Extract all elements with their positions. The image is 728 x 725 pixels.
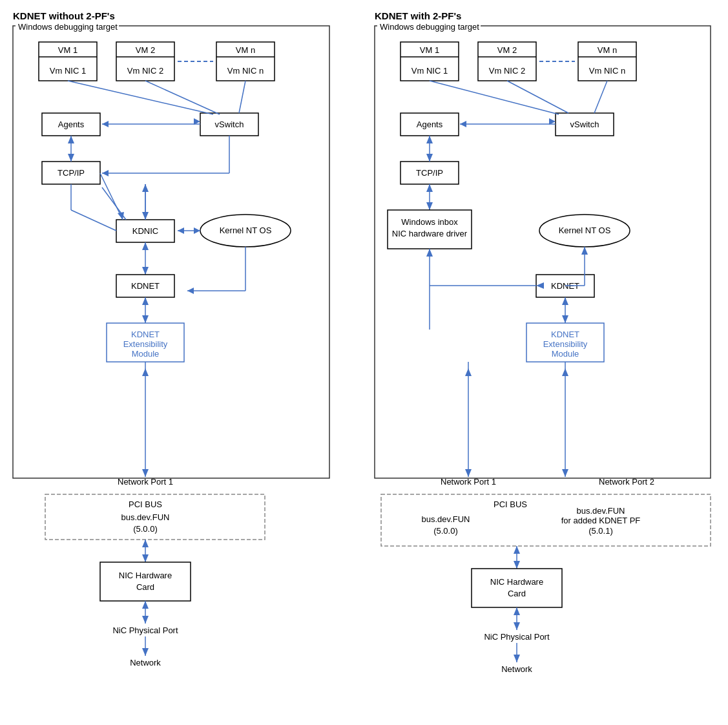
left-vm1-to-vswitch: [68, 81, 213, 114]
right-agents-label: Agents: [417, 120, 443, 129]
left-kdnet-ext-up-arrow: [142, 297, 149, 305]
right-vmn-nic: Vm NIC n: [589, 66, 625, 76]
right-winnic-down-arrow: [426, 249, 433, 257]
right-winnic-line2: NIC hardware driver: [392, 229, 468, 238]
right-kdnet-ext-down: [562, 315, 568, 323]
left-vm2-to-vswitch: [145, 81, 220, 114]
left-kdnet-label: KDNET: [131, 281, 160, 291]
left-vmn-label: VM n: [236, 45, 255, 55]
left-pci-nic-down: [142, 554, 149, 562]
right-title: KDNET with 2-PF's: [375, 10, 461, 21]
right-tcpip-winnic-up: [426, 184, 433, 192]
left-kdnet-ext-line3: Module: [132, 349, 160, 359]
right-debug-box: [375, 26, 711, 478]
left-kernel-kdnic-arrow: [178, 227, 184, 234]
right-kdnet-ext-line3: Module: [552, 349, 579, 359]
right-pci-nic-up: [514, 546, 520, 554]
left-pci-label: PCI BUS: [129, 499, 162, 509]
left-port-up-arrow: [142, 368, 149, 376]
right-vm2-label: VM 2: [497, 45, 517, 55]
left-tcpip-kdnic-up-a: [142, 184, 149, 192]
left-tcpip-label: TCP/IP: [57, 168, 85, 178]
right-agents-tcpip-down: [426, 154, 433, 162]
right-vswitch-label: vSwitch: [570, 120, 599, 129]
right-kernel-label: Kernel NT OS: [559, 226, 611, 235]
left-bus-dev-fun2: (5.0.0): [133, 524, 158, 534]
right-bus1-line1: bus.dev.FUN: [422, 514, 470, 524]
left-kdnet-ext-line1: KDNET: [131, 330, 160, 339]
left-kernel-to-kdnet-arrow: [187, 288, 194, 294]
left-vm1-nic: Vm NIC 1: [50, 66, 86, 76]
left-kdnet-ext-down-arrow: [142, 315, 149, 323]
right-network-label: Network: [501, 664, 532, 674]
right-agents-tcpip-up: [426, 136, 433, 143]
left-kernel-label: Kernel NT OS: [220, 226, 272, 235]
right-pci-nic-down: [514, 561, 520, 569]
right-kernel-kdnet-up: [581, 247, 588, 255]
right-winnic-to-kdnet-arrow: [536, 282, 544, 289]
left-tcpip-to-kdnic-diag2: [100, 173, 123, 220]
right-vswitch-agents-arrow-left: [460, 121, 466, 127]
right-bus2-line2: for added KDNET PF: [561, 516, 641, 525]
left-nic-box: [100, 562, 191, 601]
right-bus2-line3: (5.0.1): [588, 526, 613, 536]
left-vswitch-label: vSwitch: [215, 120, 244, 129]
right-bus2-line1: bus.dev.FUN: [577, 506, 625, 516]
right-vm2-nic: Vm NIC 2: [489, 66, 525, 76]
right-winnic-line1: Windows inbox: [401, 217, 458, 227]
right-vm1-nic: Vm NIC 1: [411, 66, 448, 76]
left-network-label: Network: [130, 658, 161, 667]
left-vmn-to-vswitch: [239, 81, 245, 113]
right-debug-label: Windows debugging target: [380, 22, 479, 32]
left-tcpip-kdnic-diag: [71, 210, 116, 231]
left-kdnic-kdnet-up-arrow: [142, 242, 149, 250]
right-tcpip-label: TCP/IP: [416, 168, 443, 178]
left-tcpip-kdnic-diag-arrow: [118, 212, 124, 220]
right-tcpip-winnic-down: [426, 202, 433, 210]
left-kdnic-kdnet-down-arrow: [142, 267, 149, 275]
left-agents-to-tcpip-up-arrow: [68, 136, 74, 143]
left-debug-label: Windows debugging target: [18, 22, 118, 32]
right-network-port1-label: Network Port 1: [441, 477, 496, 487]
right-nic-line1: NIC Hardware: [490, 577, 543, 587]
right-nic-port-up: [514, 607, 520, 615]
right-vm1-label: VM 1: [420, 45, 439, 55]
right-nic-port-down: [514, 622, 520, 630]
left-kdnic-label: KDNIC: [132, 226, 158, 236]
left-kdnet-ext-line2: Extensibility: [123, 339, 168, 349]
right-nic-box: [472, 569, 562, 607]
left-nic-port-up: [142, 601, 149, 609]
right-kdnet-ext-line2: Extensibility: [543, 339, 588, 349]
right-kdnet-ext-up: [562, 297, 568, 305]
left-agents-label: Agents: [58, 120, 85, 129]
left-bus-dev-fun: bus.dev.FUN: [121, 512, 170, 522]
left-nic-port-down: [142, 616, 149, 624]
left-ext-to-port-arrow: [142, 469, 149, 477]
left-agents-to-tcpip-down-arrow: [68, 154, 74, 162]
right-port2-down-arrow: [562, 469, 568, 477]
right-vmn-label: VM n: [598, 45, 617, 55]
left-debug-box: [13, 26, 329, 478]
right-port2-up-arrow: [562, 368, 568, 376]
left-kdnic-kernel-arrow: [194, 227, 200, 234]
right-kdnet-ext-line1: KDNET: [551, 330, 579, 339]
right-pci-label: PCI BUS: [494, 499, 527, 509]
left-network-port-label: Network Port 1: [118, 477, 173, 487]
left-nic-physical-label: NiC Physical Port: [112, 625, 178, 635]
left-vm2-label: VM 2: [136, 45, 155, 55]
left-pci-nic-up: [142, 540, 149, 547]
left-vswitch-to-agents-arrow: [102, 121, 109, 127]
left-vm1-label: VM 1: [58, 45, 78, 55]
left-tcpip-kdnic-down-a: [142, 212, 149, 220]
right-bus1-line2: (5.0.0): [433, 526, 458, 536]
right-network-arrow: [514, 655, 520, 662]
right-vm2-to-vswitch: [507, 81, 568, 113]
left-nic-line1: NIC Hardware: [119, 571, 172, 580]
right-nic-line2: Card: [508, 589, 526, 598]
right-port1-down-arrow: [465, 469, 472, 477]
right-port1-up-arrow: [465, 368, 472, 376]
left-tcpip-left-arrow: [102, 170, 109, 176]
left-vm2-nic: Vm NIC 2: [127, 66, 163, 76]
left-title: KDNET without 2-PF's: [13, 10, 115, 21]
left-nic-line2: Card: [136, 582, 154, 592]
